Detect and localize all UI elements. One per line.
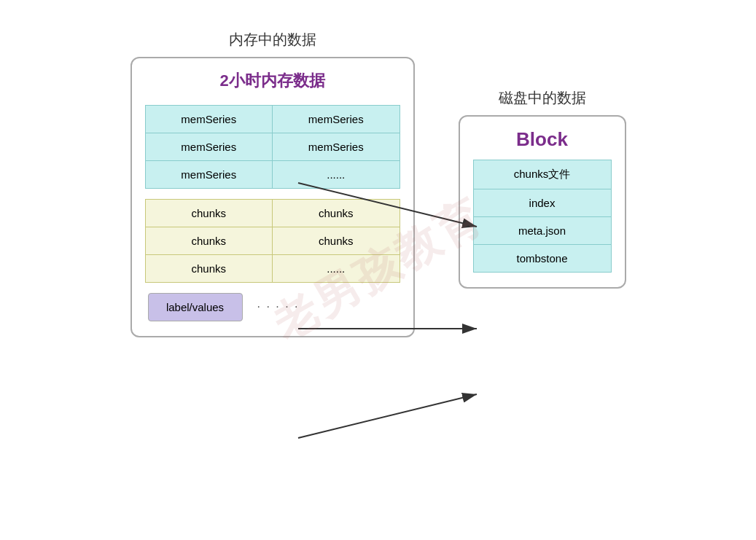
left-title: 内存中的数据 bbox=[229, 30, 316, 50]
memory-box-title: 2小时内存数据 bbox=[145, 70, 400, 92]
yellow-cell: chunks bbox=[145, 227, 273, 254]
block-box: Block chunks文件indexmeta.jsontombstone bbox=[459, 115, 626, 289]
block-item: index bbox=[474, 189, 611, 217]
memory-box: 2小时内存数据 memSeriesmemSeriesmemSeriesmemSe… bbox=[130, 57, 415, 337]
cyan-cell: memSeries bbox=[273, 105, 400, 133]
block-items-list: chunks文件indexmeta.jsontombstone bbox=[473, 160, 612, 273]
block-title: Block bbox=[473, 128, 612, 151]
cyan-cell: memSeries bbox=[145, 105, 273, 133]
block-item: chunks文件 bbox=[474, 160, 611, 189]
right-section: 磁盘中的数据 Block chunks文件indexmeta.jsontombs… bbox=[459, 88, 626, 289]
block-item: meta.json bbox=[474, 217, 611, 245]
block-item: tombstone bbox=[474, 245, 611, 272]
yellow-cell: ...... bbox=[273, 254, 400, 282]
memseries-table: memSeriesmemSeriesmemSeriesmemSeriesmemS… bbox=[145, 105, 400, 189]
cyan-cell: memSeries bbox=[145, 160, 273, 188]
yellow-cell: chunks bbox=[145, 199, 273, 227]
yellow-cell: chunks bbox=[273, 227, 400, 254]
label-dots: · · · · · bbox=[257, 300, 300, 313]
right-title: 磁盘中的数据 bbox=[499, 88, 586, 108]
cyan-cell: ...... bbox=[273, 160, 400, 188]
cyan-cell: memSeries bbox=[145, 133, 273, 160]
chunks-table: chunkschunkschunkschunkschunks...... bbox=[145, 199, 400, 283]
main-diagram: 内存中的数据 2小时内存数据 memSeriesmemSeriesmemSeri… bbox=[14, 15, 743, 525]
cyan-cell: memSeries bbox=[273, 133, 400, 160]
label-box: label/values bbox=[148, 293, 243, 321]
label-row: label/values · · · · · bbox=[145, 293, 400, 321]
left-section: 内存中的数据 2小时内存数据 memSeriesmemSeriesmemSeri… bbox=[130, 30, 415, 337]
svg-line-3 bbox=[298, 394, 477, 438]
yellow-cell: chunks bbox=[145, 254, 273, 282]
yellow-cell: chunks bbox=[273, 199, 400, 227]
